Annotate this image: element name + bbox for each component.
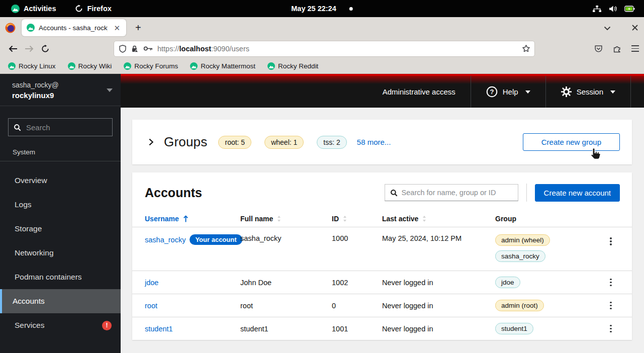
your-account-badge: Your account bbox=[190, 234, 242, 245]
screen: Activities Firefox May 25 22:24 Accounts bbox=[0, 0, 644, 353]
group-tag[interactable]: jdoe bbox=[495, 277, 520, 288]
row-actions-kebab-icon[interactable] bbox=[607, 234, 615, 248]
sidebar-item-services[interactable]: Services ! bbox=[0, 313, 121, 337]
list-tabs-chevron-icon[interactable] bbox=[604, 24, 611, 32]
window-close-icon[interactable] bbox=[632, 24, 638, 32]
system-tray[interactable] bbox=[592, 5, 635, 13]
row-actions-kebab-icon[interactable] bbox=[607, 276, 615, 290]
lock-warning-icon[interactable] bbox=[131, 45, 139, 53]
search-icon bbox=[14, 124, 21, 131]
username-link[interactable]: jdoe bbox=[145, 279, 158, 287]
sort-icon[interactable] bbox=[422, 215, 426, 222]
menu-hamburger-icon[interactable] bbox=[631, 45, 639, 51]
bookmark-rocky-linux[interactable]: Rocky Linux bbox=[8, 62, 56, 70]
focused-app-indicator[interactable]: Firefox bbox=[75, 5, 111, 13]
group-tag[interactable]: sasha_rocky bbox=[495, 250, 545, 262]
help-question-icon: ? bbox=[486, 86, 498, 98]
hostname: rockylinux9 bbox=[12, 91, 59, 100]
host-user-switcher[interactable]: sasha_rocky@ rockylinux9 bbox=[0, 74, 121, 106]
firefox-icon bbox=[75, 5, 83, 13]
tab-close-icon[interactable]: ✕ bbox=[112, 23, 122, 33]
sort-icon[interactable] bbox=[277, 215, 281, 222]
navigation-toolbar: https://localhost:9090/users bbox=[0, 38, 644, 59]
groups-expand-button[interactable] bbox=[146, 136, 156, 148]
group-badge-tss[interactable]: tss: 2 bbox=[317, 136, 346, 149]
extensions-puzzle-icon[interactable] bbox=[613, 44, 621, 53]
activities-button[interactable]: Activities bbox=[11, 5, 56, 13]
clock-text: May 25 22:24 bbox=[291, 5, 336, 13]
shield-icon[interactable] bbox=[119, 45, 126, 53]
session-menu[interactable]: Session bbox=[545, 76, 631, 108]
bookmark-rocky-mattermost[interactable]: Rocky Mattermost bbox=[190, 62, 255, 70]
accounts-search[interactable] bbox=[385, 184, 518, 201]
table-header-row: Username Full name ID bbox=[132, 212, 632, 227]
battery-icon bbox=[624, 6, 635, 12]
group-tag[interactable]: admin (wheel) bbox=[495, 234, 550, 246]
back-button[interactable] bbox=[5, 41, 21, 56]
app-label: Firefox bbox=[87, 5, 111, 13]
column-header-full-name[interactable]: Full name bbox=[240, 215, 273, 223]
sidebar-nav: Overview Logs Storage Networking Podman … bbox=[0, 168, 121, 337]
bookmarks-bar: Rocky Linux Rocky Wiki Rocky Forums Rock… bbox=[0, 59, 644, 74]
pocket-icon[interactable] bbox=[594, 44, 603, 53]
chevron-down-icon bbox=[525, 91, 530, 94]
group-badge-wheel[interactable]: wheel: 1 bbox=[264, 136, 304, 149]
username-link[interactable]: student1 bbox=[145, 325, 173, 333]
bookmark-star-icon[interactable] bbox=[522, 44, 530, 53]
bookmark-rocky-reddit[interactable]: Rocky Reddit bbox=[267, 62, 318, 70]
sidebar-search-input[interactable] bbox=[26, 123, 107, 132]
table-row-root: root root 0 Never logged in admin (root) bbox=[132, 294, 632, 317]
create-new-group-button[interactable]: Create new group bbox=[523, 133, 620, 151]
accounts-title: Accounts bbox=[145, 186, 202, 200]
chevron-down-icon bbox=[107, 89, 113, 92]
rocky-logo-icon bbox=[11, 5, 20, 13]
forward-button[interactable] bbox=[21, 41, 37, 56]
username-link[interactable]: root bbox=[145, 302, 157, 310]
url-text[interactable]: https://localhost:9090/users bbox=[157, 45, 517, 53]
column-header-last-active[interactable]: Last active bbox=[382, 215, 418, 223]
column-header-group: Group bbox=[495, 215, 516, 223]
column-header-id[interactable]: ID bbox=[332, 215, 339, 223]
sidebar-item-overview[interactable]: Overview bbox=[0, 168, 121, 193]
sidebar-search[interactable] bbox=[8, 118, 113, 136]
accounts-search-input[interactable] bbox=[402, 189, 513, 197]
accounts-card: Accounts Create new account bbox=[132, 172, 632, 340]
table-row-student1: student1 student1 1001 Never logged in s… bbox=[132, 317, 632, 340]
key-icon[interactable] bbox=[143, 46, 153, 51]
rocky-favicon-icon bbox=[68, 62, 75, 70]
page-content: Groups root: 5 wheel: 1 tss: 2 58 more..… bbox=[121, 108, 644, 353]
tab-bar: Accounts - sasha_rocky@ ✕ + bbox=[0, 17, 644, 38]
sidebar-item-networking[interactable]: Networking bbox=[0, 241, 121, 265]
sort-icon[interactable] bbox=[343, 215, 347, 222]
bookmark-rocky-wiki[interactable]: Rocky Wiki bbox=[68, 62, 112, 70]
bookmark-rocky-forums[interactable]: Rocky Forums bbox=[124, 62, 178, 70]
group-tag[interactable]: admin (root) bbox=[495, 300, 544, 311]
gear-icon bbox=[561, 86, 572, 97]
sidebar-item-podman-containers[interactable]: Podman containers bbox=[0, 265, 121, 289]
new-tab-button[interactable]: + bbox=[130, 21, 146, 35]
table-row-sasha-rocky: sasha_rocky Your account sasha_rocky 100… bbox=[132, 227, 632, 271]
group-tag[interactable]: student1 bbox=[495, 323, 533, 334]
reload-button[interactable] bbox=[37, 41, 53, 56]
group-badge-root[interactable]: root: 5 bbox=[218, 136, 251, 149]
divider bbox=[526, 184, 527, 202]
row-actions-kebab-icon[interactable] bbox=[607, 322, 615, 336]
sidebar-item-accounts[interactable]: Accounts bbox=[0, 289, 121, 313]
help-menu[interactable]: ? Help bbox=[471, 76, 545, 108]
browser-tab[interactable]: Accounts - sasha_rocky@ ✕ bbox=[22, 19, 126, 36]
url-bar[interactable]: https://localhost:9090/users bbox=[114, 41, 535, 57]
administrative-access-button[interactable]: Administrative access bbox=[367, 76, 471, 108]
browser-chrome: Accounts - sasha_rocky@ ✕ + bbox=[0, 17, 644, 74]
sidebar-item-logs[interactable]: Logs bbox=[0, 193, 121, 217]
clock[interactable]: May 25 22:24 bbox=[291, 5, 352, 13]
sidebar-item-storage[interactable]: Storage bbox=[0, 217, 121, 241]
username-link[interactable]: sasha_rocky bbox=[145, 236, 186, 244]
masthead: Administrative access ? Help bbox=[121, 74, 644, 108]
column-header-username[interactable]: Username bbox=[145, 215, 179, 223]
create-new-account-button[interactable]: Create new account bbox=[535, 184, 620, 202]
sidebar-section-label: System bbox=[0, 146, 121, 161]
volume-icon bbox=[609, 5, 617, 13]
groups-more-link[interactable]: 58 more... bbox=[357, 138, 391, 146]
sort-ascending-icon[interactable] bbox=[183, 215, 189, 223]
row-actions-kebab-icon[interactable] bbox=[607, 299, 615, 313]
